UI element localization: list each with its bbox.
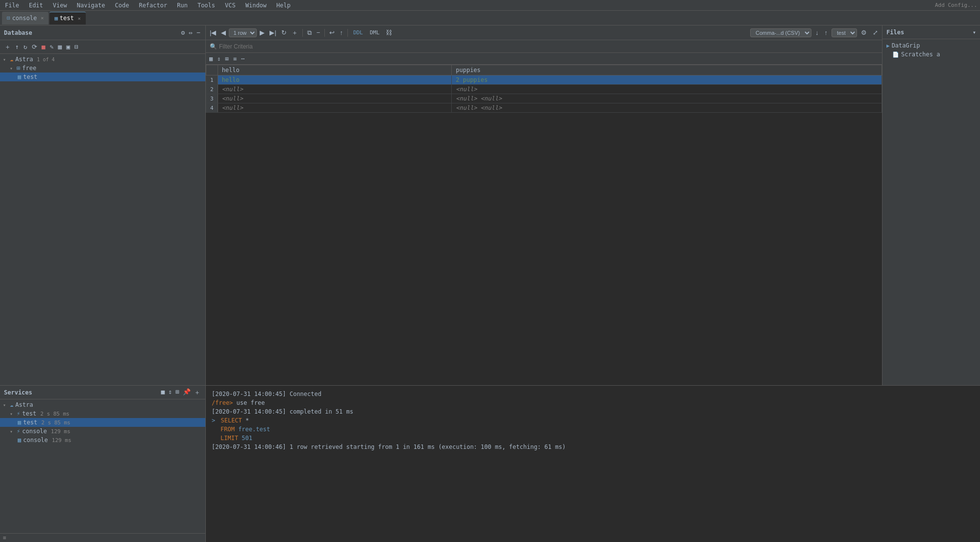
- services-item-test-group[interactable]: ▾ ⚡ test 2 s 85 ms: [0, 409, 205, 418]
- sync-icon[interactable]: ⟳: [30, 42, 39, 51]
- menu-vcs[interactable]: VCS: [223, 1, 238, 10]
- sidebar-icons: ⚙ ⇔ −: [180, 28, 201, 37]
- edit-icon[interactable]: ✎: [48, 42, 55, 51]
- menu-window[interactable]: Window: [244, 1, 269, 10]
- export-btn[interactable]: ↓: [813, 28, 821, 37]
- menu-edit[interactable]: Edit: [27, 1, 45, 10]
- services-item-astra[interactable]: ▾ ☁ Astra: [0, 400, 205, 409]
- console-line-1: [2020-07-31 14:00:45] Connected: [212, 390, 974, 398]
- expand-btn[interactable]: ⤢: [871, 28, 880, 37]
- clone-row-btn[interactable]: ⧉: [305, 28, 314, 38]
- image-icon[interactable]: ▣: [65, 42, 72, 51]
- csv-selector[interactable]: Comma-...d (CSV): [750, 28, 811, 37]
- stop-icon[interactable]: ■: [40, 42, 47, 51]
- cell-hello-3[interactable]: <null>: [218, 94, 452, 103]
- settings-icon[interactable]: ⚙: [180, 28, 186, 37]
- menu-refactor[interactable]: Refactor: [137, 1, 169, 10]
- services-group-icon[interactable]: ⊞: [174, 388, 180, 397]
- test-tab-close[interactable]: ✕: [78, 16, 81, 21]
- col-puppies-header[interactable]: puppies: [452, 65, 882, 75]
- tree-item-astra[interactable]: ▾ ☁ Astra 1 of 4: [0, 55, 205, 64]
- scratches-icon: 📄: [892, 51, 899, 58]
- services-add-icon[interactable]: ＋: [193, 388, 201, 397]
- console-tab-close[interactable]: ✕: [41, 15, 44, 21]
- col-extra-icon[interactable]: ⋯: [240, 55, 246, 63]
- table-row[interactable]: 4 <null> <null> <null>: [206, 103, 882, 113]
- row-num-1: 1: [206, 75, 218, 85]
- row-selector[interactable]: 1 row: [229, 28, 257, 37]
- files-item-scratches[interactable]: 📄 Scratches a: [882, 50, 980, 59]
- tree-item-free[interactable]: ▾ ⊞ free: [0, 64, 205, 73]
- tab-test[interactable]: ▦ test ✕: [49, 12, 86, 25]
- last-page-btn[interactable]: ▶|: [268, 28, 278, 37]
- table-row[interactable]: 1 hello 2 puppies: [206, 75, 882, 85]
- menu-view[interactable]: View: [51, 1, 69, 10]
- services-item-console[interactable]: ▦ console 129 ms: [0, 436, 205, 444]
- menu-code[interactable]: Code: [113, 1, 131, 10]
- cell-puppies-4[interactable]: <null> <null>: [452, 103, 882, 113]
- table-row[interactable]: 3 <null> <null> <null>: [206, 94, 882, 103]
- astra-s-icon: ☁: [10, 401, 13, 408]
- col-sort-icon[interactable]: ⇕: [216, 55, 222, 63]
- dml-btn[interactable]: DML: [367, 28, 383, 37]
- menu-navigate[interactable]: Navigate: [75, 1, 107, 10]
- cell-hello-4[interactable]: <null>: [218, 103, 452, 113]
- row-num-3: 3: [206, 94, 218, 103]
- test-sub-label: test: [23, 419, 37, 426]
- menu-file[interactable]: File: [3, 1, 21, 10]
- menu-tools[interactable]: Tools: [196, 1, 217, 10]
- col-grid-icon[interactable]: ⊞: [223, 55, 230, 63]
- console-from-kw: FROM: [220, 426, 235, 433]
- hide-icon[interactable]: −: [196, 28, 201, 37]
- filter-icon[interactable]: ⊟: [73, 42, 80, 51]
- col-hello-header[interactable]: hello: [218, 65, 452, 75]
- add-icon[interactable]: ＋: [3, 42, 12, 52]
- tab-console[interactable]: ⊡ console ✕: [2, 12, 49, 25]
- cell-puppies-1[interactable]: 2 puppies: [452, 75, 882, 85]
- split-icon[interactable]: ⇔: [188, 28, 194, 37]
- test-selector[interactable]: test: [832, 28, 857, 37]
- grid-icon[interactable]: ▦: [56, 42, 63, 51]
- add-config-label[interactable]: Add Config...: [935, 2, 977, 8]
- refresh-icon[interactable]: ↻: [22, 42, 29, 51]
- link-icon-btn[interactable]: ⛓: [384, 28, 394, 37]
- prev-page-btn[interactable]: ◀: [219, 28, 228, 37]
- submit-btn[interactable]: ↑: [338, 28, 345, 37]
- cell-hello-1[interactable]: hello: [218, 75, 452, 85]
- menu-run[interactable]: Run: [175, 1, 190, 10]
- main-area: Database ⚙ ⇔ − ＋ ↑ ↻ ⟳ ■ ✎ ▦ ▣ ⊟ ▾ ☁ Ast…: [0, 25, 980, 385]
- filter-input[interactable]: [219, 43, 878, 50]
- services-pin-icon[interactable]: 📌: [182, 388, 192, 397]
- services-item-console-group[interactable]: ▾ ⚡ console 129 ms: [0, 427, 205, 436]
- services-collapse-btn[interactable]: ≡: [3, 535, 6, 541]
- add-row-btn[interactable]: ＋: [290, 27, 300, 38]
- services-stop-icon[interactable]: ■: [160, 388, 166, 397]
- refresh-data-btn[interactable]: ↻: [279, 28, 289, 37]
- delete-row-btn[interactable]: −: [315, 28, 322, 37]
- services-sort-icon[interactable]: ⇕: [167, 388, 173, 397]
- cell-puppies-2[interactable]: <null>: [452, 85, 882, 94]
- up-icon[interactable]: ↑: [14, 42, 21, 51]
- menu-help[interactable]: Help: [274, 1, 293, 10]
- test-table-icon: ▦: [18, 74, 21, 80]
- files-expand-btn[interactable]: ▾: [973, 29, 976, 36]
- free-label: free: [22, 65, 36, 72]
- next-page-btn[interactable]: ▶: [258, 28, 267, 37]
- revert-btn[interactable]: ↩: [327, 28, 337, 37]
- col-settings-icon[interactable]: ▦: [208, 55, 214, 63]
- col-list-icon[interactable]: ≡: [232, 55, 238, 63]
- free-arrow: ▾: [10, 66, 15, 71]
- services-item-test[interactable]: ▦ test 2 s 85 ms: [0, 418, 205, 427]
- cell-hello-2[interactable]: <null>: [218, 85, 452, 94]
- toolbar-sep-1: [302, 29, 303, 37]
- ddl-btn[interactable]: DDL: [350, 28, 366, 37]
- test-tab-label: test: [60, 15, 74, 22]
- first-page-btn[interactable]: |◀: [208, 28, 218, 37]
- console-sub-icon: ▦: [18, 437, 21, 443]
- table-row[interactable]: 2 <null> <null>: [206, 85, 882, 94]
- import-btn[interactable]: ↑: [823, 28, 830, 37]
- settings-data-btn[interactable]: ⚙: [859, 28, 869, 37]
- files-item-datagrip[interactable]: ▶ DataGrip: [882, 41, 980, 50]
- cell-puppies-3[interactable]: <null> <null>: [452, 94, 882, 103]
- tree-item-test[interactable]: ▦ test: [0, 73, 205, 81]
